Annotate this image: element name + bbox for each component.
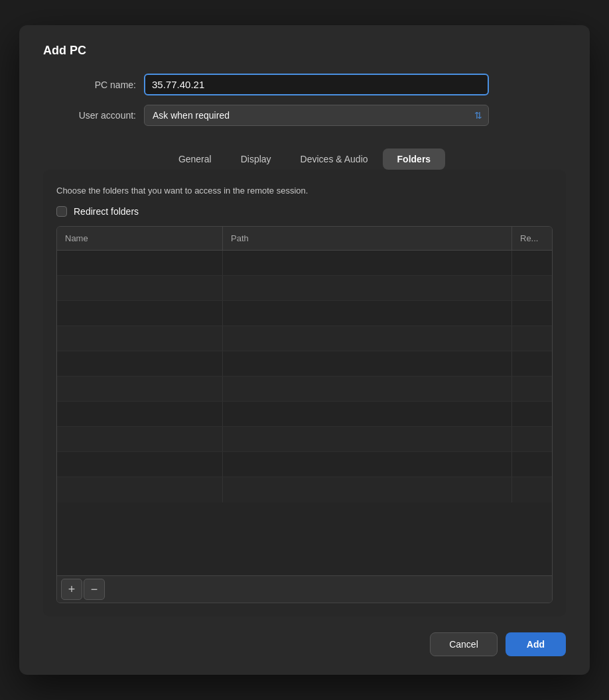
cell-readonly: [512, 251, 552, 275]
cell-path: [223, 301, 512, 325]
redirect-folders-checkbox[interactable]: [56, 206, 67, 217]
add-folder-button[interactable]: +: [61, 579, 82, 600]
table-row: [57, 402, 552, 427]
cell-path: [223, 326, 512, 351]
cell-path: [223, 351, 512, 376]
cell-readonly: [512, 452, 552, 477]
cell-readonly: [512, 402, 552, 426]
table-toolbar: + −: [57, 575, 552, 603]
col-readonly: Re...: [512, 227, 552, 250]
cell-path: [223, 427, 512, 451]
cell-name: [57, 326, 223, 351]
redirect-folders-label: Redirect folders: [74, 206, 139, 217]
cell-name: [57, 351, 223, 376]
table-row: [57, 301, 552, 326]
pc-name-row: PC name:: [43, 74, 566, 95]
cell-name: [57, 377, 223, 401]
cell-name: [57, 276, 223, 300]
cell-name: [57, 452, 223, 477]
folders-table: Name Path Re...: [56, 226, 553, 603]
cell-readonly: [512, 276, 552, 300]
table-row: [57, 326, 552, 351]
pc-name-label: PC name:: [43, 80, 136, 90]
cell-readonly: [512, 427, 552, 451]
tab-content-folders: Choose the folders that you want to acce…: [43, 170, 566, 616]
add-button[interactable]: Add: [506, 632, 566, 656]
cell-path: [223, 477, 512, 502]
cell-path: [223, 251, 512, 275]
cell-name: [57, 427, 223, 451]
cell-readonly: [512, 301, 552, 325]
user-account-label: User account:: [43, 110, 136, 121]
table-header: Name Path Re...: [57, 227, 552, 251]
user-account-select[interactable]: Ask when required Add user account...: [144, 105, 489, 126]
add-pc-dialog: Add PC PC name: User account: Ask when r…: [19, 25, 590, 675]
tab-devices-audio[interactable]: Devices & Audio: [286, 148, 383, 170]
cell-path: [223, 377, 512, 401]
dialog-footer: Cancel Add: [43, 632, 566, 656]
tab-display[interactable]: Display: [226, 148, 286, 170]
cell-readonly: [512, 326, 552, 351]
tabs-bar: General Display Devices & Audio Folders: [43, 148, 566, 170]
cell-path: [223, 276, 512, 300]
pc-name-input[interactable]: [144, 74, 489, 95]
cell-name: [57, 301, 223, 325]
col-name: Name: [57, 227, 223, 250]
cell-readonly: [512, 351, 552, 376]
user-account-row: User account: Ask when required Add user…: [43, 105, 566, 126]
cell-name: [57, 402, 223, 426]
tab-folders[interactable]: Folders: [383, 148, 446, 170]
cell-path: [223, 402, 512, 426]
remove-folder-button[interactable]: −: [84, 579, 105, 600]
cell-readonly: [512, 477, 552, 502]
cell-name: [57, 477, 223, 502]
cell-name: [57, 251, 223, 275]
col-path: Path: [223, 227, 512, 250]
cancel-button[interactable]: Cancel: [430, 632, 498, 656]
folders-description: Choose the folders that you want to acce…: [56, 186, 553, 196]
table-row: [57, 477, 552, 502]
table-body: [57, 251, 552, 575]
dialog-title: Add PC: [43, 44, 566, 58]
table-row: [57, 351, 552, 377]
user-account-select-wrapper: Ask when required Add user account... ⇅: [144, 105, 489, 126]
table-row: [57, 251, 552, 276]
tab-general[interactable]: General: [164, 148, 226, 170]
table-row: [57, 452, 552, 477]
cell-readonly: [512, 377, 552, 401]
table-row: [57, 427, 552, 452]
redirect-folders-row: Redirect folders: [56, 206, 553, 217]
cell-path: [223, 452, 512, 477]
table-row: [57, 276, 552, 301]
table-row: [57, 377, 552, 402]
